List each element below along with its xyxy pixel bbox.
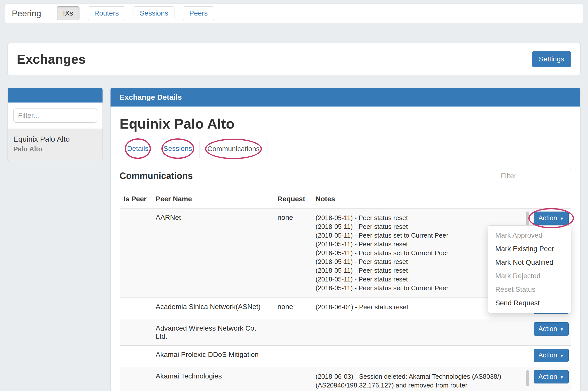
- notes-text: (2018-06-03) - Session deleted: Akamai T…: [316, 372, 526, 391]
- column-actions: [530, 192, 571, 208]
- exchange-details-body: Equinix Palo Alto Details Sessions: [111, 116, 580, 391]
- nav-sessions-button[interactable]: Sessions: [134, 6, 175, 20]
- notes-scrollbar[interactable]: [526, 370, 529, 386]
- settings-button[interactable]: Settings: [532, 51, 571, 67]
- request-cell: [273, 367, 312, 391]
- action-button[interactable]: Action ▼: [534, 212, 569, 225]
- notes-cell: (2018-06-03) - Session deleted: Akamai T…: [312, 367, 530, 391]
- column-notes: Notes: [312, 192, 530, 208]
- nav-peers-button[interactable]: Peers: [183, 6, 214, 20]
- is-peer-cell: [120, 319, 152, 346]
- sidebar-panel: Equinix Palo Alto Palo Alto: [8, 88, 103, 161]
- action-cell: Action ▼ Mark Approved Mark Existing Pee…: [530, 208, 571, 298]
- table-header-row: Is Peer Peer Name Request Notes: [120, 192, 571, 208]
- communications-filter-input[interactable]: [496, 169, 571, 183]
- column-peer-name: Peer Name: [152, 192, 273, 208]
- action-button-label: Action: [538, 351, 557, 359]
- exchange-details-panel: Exchange Details Equinix Palo Alto Detai…: [110, 88, 580, 391]
- table-row-advanced-wireless: Advanced Wireless Network Co. Ltd. Actio…: [120, 319, 571, 346]
- communications-heading: Communications: [120, 171, 193, 181]
- communications-table: Is Peer Peer Name Request Notes AARNet n…: [120, 192, 571, 391]
- column-request: Request: [273, 192, 312, 208]
- caret-down-icon: ▼: [560, 375, 564, 379]
- nav-routers-button[interactable]: Routers: [88, 6, 125, 20]
- request-cell: [273, 319, 312, 346]
- notes-cell: [312, 346, 530, 367]
- menu-item-send-request[interactable]: Send Request: [488, 296, 571, 310]
- sidebar-item-title: Equinix Palo Alto: [13, 135, 97, 143]
- peer-name-cell: AARNet: [152, 208, 273, 298]
- peer-name-cell: Academia Sinica Network(ASNet): [152, 298, 273, 319]
- tab-sessions[interactable]: Sessions: [156, 140, 200, 158]
- notes-cell: [312, 319, 530, 346]
- tab-details[interactable]: Details: [120, 140, 156, 158]
- request-cell: none: [273, 298, 312, 319]
- action-cell: Action ▼: [530, 319, 571, 346]
- nav-ixs-button[interactable]: IXs: [57, 6, 79, 20]
- action-button[interactable]: Action ▼: [534, 349, 569, 362]
- caret-down-icon: ▼: [560, 327, 564, 332]
- column-is-peer: Is Peer: [120, 192, 152, 208]
- sidebar-header-bar: [8, 88, 103, 103]
- is-peer-cell: [120, 208, 152, 298]
- tab-communications[interactable]: Communications: [200, 140, 267, 158]
- action-button[interactable]: Action ▼: [534, 322, 569, 336]
- exchange-details-header-title: Exchange Details: [120, 93, 182, 102]
- menu-item-reset-status[interactable]: Reset Status: [488, 283, 571, 296]
- action-button-label: Action: [538, 325, 557, 333]
- action-cell: Action ▼: [530, 346, 571, 367]
- page-title: Exchanges: [17, 52, 86, 67]
- communications-section-header: Communications: [120, 169, 571, 183]
- action-dropdown-menu: Mark Approved Mark Existing Peer Mark No…: [488, 225, 571, 313]
- page-header-panel: Exchanges Settings: [8, 43, 580, 75]
- menu-item-mark-rejected[interactable]: Mark Rejected: [488, 269, 571, 283]
- action-button-label: Action: [538, 373, 557, 381]
- menu-item-mark-existing-peer[interactable]: Mark Existing Peer: [488, 242, 571, 256]
- content-row: Equinix Palo Alto Palo Alto Exchange Det…: [8, 88, 580, 391]
- is-peer-cell: [120, 346, 152, 367]
- tab-communications-label: Communications: [207, 145, 260, 153]
- peer-name-cell: Akamai Technologies: [152, 367, 273, 391]
- sidebar-filter-area: [8, 103, 103, 129]
- caret-down-icon: ▼: [560, 354, 564, 358]
- exchange-details-header: Exchange Details: [111, 88, 580, 107]
- is-peer-cell: [120, 298, 152, 319]
- tab-details-label: Details: [127, 145, 149, 152]
- app-brand: Peering: [12, 9, 41, 18]
- action-button[interactable]: Action ▼: [534, 370, 569, 383]
- action-cell: Action ▼: [530, 367, 571, 391]
- caret-down-icon: ▼: [560, 217, 564, 221]
- top-navbar: Peering IXs Routers Sessions Peers: [5, 4, 583, 23]
- request-cell: [273, 346, 312, 367]
- peer-name-cell: Advanced Wireless Network Co. Ltd.: [152, 319, 273, 346]
- sidebar-item-subtitle: Palo Alto: [13, 145, 97, 153]
- table-row-aarnet: AARNet none (2018-05-11) - Peer status r…: [120, 208, 571, 298]
- peer-name-cell: Akamai Prolexic DDoS Mitigation: [152, 346, 273, 367]
- menu-item-mark-approved[interactable]: Mark Approved: [488, 229, 571, 242]
- menu-item-mark-not-qualified[interactable]: Mark Not Qualified: [488, 256, 571, 269]
- sidebar-filter-input[interactable]: [13, 109, 97, 123]
- detail-tabs: Details Sessions Communications: [120, 140, 571, 158]
- sidebar-item-equinix-palo-alto[interactable]: Equinix Palo Alto Palo Alto: [8, 129, 103, 161]
- action-button-label: Action: [538, 214, 557, 222]
- request-cell: none: [273, 208, 312, 298]
- exchange-title: Equinix Palo Alto: [120, 116, 571, 132]
- table-row-akamai-technologies: Akamai Technologies (2018-06-03) - Sessi…: [120, 367, 571, 391]
- table-row-akamai-prolexic: Akamai Prolexic DDoS Mitigation Action ▼: [120, 346, 571, 367]
- is-peer-cell: [120, 367, 152, 391]
- tab-sessions-label: Sessions: [164, 145, 192, 152]
